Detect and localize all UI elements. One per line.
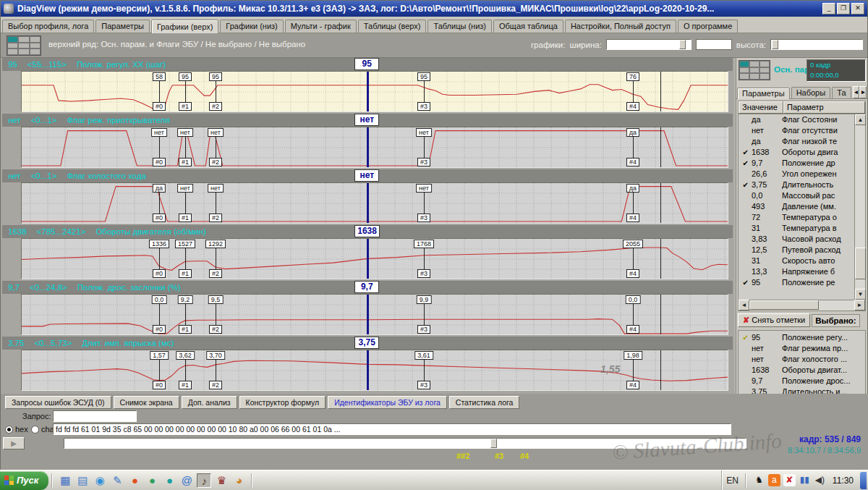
marker-value-box[interactable]: 1336: [149, 240, 169, 248]
width-slider[interactable]: [606, 39, 692, 50]
marker-value-box[interactable]: 95: [179, 72, 192, 81]
marker-tag-box[interactable]: #1: [179, 269, 192, 278]
horizontal-scrollbar[interactable]: ◄ ►: [738, 300, 866, 311]
minimize-button[interactable]: _: [822, 3, 835, 14]
marker-tag-box[interactable]: #2: [209, 269, 222, 278]
marker-tag-box[interactable]: #1: [179, 102, 192, 111]
scroll-left-icon[interactable]: ◄: [739, 300, 749, 311]
language-indicator[interactable]: EN: [726, 476, 739, 486]
quicklaunch-ball-teal-icon[interactable]: ●: [162, 473, 176, 488]
param-row[interactable]: 31Скорость авто: [739, 255, 865, 266]
marker-value-box[interactable]: нет: [208, 128, 224, 137]
param-row[interactable]: 13,3Напряжение б: [739, 266, 865, 277]
cursor-line[interactable]: [367, 295, 369, 334]
marker-tag-box[interactable]: #4: [626, 381, 639, 389]
chart-plot[interactable]: 0,0#09,2#19,5#29,9#30,0#4: [21, 294, 728, 335]
marker-value-box[interactable]: 3,62: [176, 351, 195, 360]
marker-tag-box[interactable]: #4: [626, 158, 639, 166]
height-slider-thumb[interactable]: [772, 40, 778, 49]
chart-plot[interactable]: 1336#01527#11292#21768#32055#4: [21, 238, 728, 279]
marker-value-box[interactable]: нет: [151, 128, 167, 137]
marker-value-box[interactable]: 95: [209, 72, 222, 81]
request-input[interactable]: [53, 410, 137, 422]
marker-value-box[interactable]: 58: [153, 72, 166, 81]
marker-value-box[interactable]: нет: [208, 184, 224, 193]
bottom-button-5[interactable]: Идентификаторы ЭБУ из лога: [328, 396, 447, 409]
param-row[interactable]: 31Температура в: [739, 223, 865, 234]
scroll-right-icon[interactable]: ►: [854, 300, 865, 311]
marker-tag-box[interactable]: #4: [626, 269, 639, 278]
marker-value-box[interactable]: 1768: [414, 240, 434, 248]
param-row[interactable]: даФлаг Состояни: [739, 114, 865, 125]
quicklaunch-disc-icon[interactable]: ◉: [93, 473, 107, 488]
bottom-button-6[interactable]: Статистика лога: [449, 396, 520, 409]
scrollbar-thumb[interactable]: [855, 248, 866, 279]
bottom-button-1[interactable]: Запросы ошибок ЭСУД (0): [5, 396, 111, 409]
layout-grid-icon[interactable]: [7, 35, 41, 56]
param-row[interactable]: ✔9,7Положение др: [739, 158, 865, 169]
param-row[interactable]: нетФлаг отсутстви: [739, 125, 865, 136]
marker-tag-box[interactable]: #3: [417, 325, 430, 334]
cursor-line[interactable]: [367, 350, 369, 390]
tray-bird-icon[interactable]: ♞: [753, 474, 765, 486]
marker-value-box[interactable]: 1527: [175, 240, 195, 248]
tray-avast-icon[interactable]: a: [768, 474, 780, 486]
marker-value-box[interactable]: 0,0: [626, 295, 641, 304]
tab-2[interactable]: Параметры: [95, 20, 150, 33]
marker-tag-box[interactable]: #1: [179, 325, 192, 334]
selected-row[interactable]: нетФлаг холостого ...: [739, 354, 865, 365]
marker-value-box[interactable]: 9,5: [208, 295, 224, 304]
marker-value-box[interactable]: да: [626, 184, 639, 193]
chart-plot[interactable]: да#0нет#1нет#2нет#3да#4: [21, 182, 728, 224]
marker-tag-box[interactable]: #0: [153, 214, 166, 222]
marker-tag-box[interactable]: #3: [417, 269, 430, 278]
marker-value-box[interactable]: 1292: [205, 240, 226, 248]
param-row[interactable]: даФлаг низкой те: [739, 136, 865, 147]
hex-data-field[interactable]: fd fd fd 61 01 9d 35 c8 65 00 00 00 00 0…: [53, 423, 731, 435]
param-row[interactable]: 72Температура о: [739, 212, 865, 223]
marker-value-box[interactable]: да: [153, 184, 166, 193]
param-row[interactable]: 26,6Угол опережен: [739, 169, 865, 179]
tab-4[interactable]: Графики (низ): [220, 20, 283, 33]
hscrollbar-thumb[interactable]: [749, 300, 819, 310]
marker-value-box[interactable]: нет: [416, 184, 432, 193]
marker-tag-box[interactable]: #1: [179, 214, 192, 222]
bottom-button-3[interactable]: Доп. анализ: [182, 396, 237, 409]
tray-network-icon[interactable]: ▮▮: [799, 474, 811, 486]
show-desktop-button[interactable]: [860, 472, 867, 489]
marker-tag-box[interactable]: #3: [417, 214, 430, 222]
quicklaunch-browser-colorful-icon[interactable]: ◕: [231, 473, 246, 488]
selected-row[interactable]: 9,7Положение дрос...: [739, 376, 865, 386]
marker-value-box[interactable]: 9,2: [178, 295, 193, 304]
marker-tag-box[interactable]: #2: [209, 158, 222, 166]
quicklaunch-crown-icon[interactable]: ♛: [214, 473, 229, 488]
marker-value-box[interactable]: 9,9: [417, 295, 432, 304]
tab-1[interactable]: Выбор профиля, лога: [2, 20, 94, 33]
timeline-thumb[interactable]: [490, 439, 497, 448]
quicklaunch-browser-red-icon[interactable]: ●: [127, 473, 142, 488]
maximize-button[interactable]: ❐: [837, 3, 850, 14]
selected-row[interactable]: ✔95Положение регу...: [739, 332, 865, 343]
close-button[interactable]: ✕: [851, 3, 864, 14]
marker-tag-box[interactable]: #4: [626, 214, 639, 222]
marker-value-box[interactable]: нет: [416, 128, 432, 137]
marker-value-box[interactable]: 2055: [623, 240, 643, 248]
marker-value-box[interactable]: нет: [177, 128, 193, 137]
quicklaunch-browser-green-icon[interactable]: ●: [145, 473, 159, 488]
marker-tag-box[interactable]: #0: [153, 269, 166, 278]
tab-7[interactable]: Таблицы (низ): [427, 20, 492, 33]
sidebar-layout-grid-icon[interactable]: [739, 60, 770, 80]
param-row[interactable]: ✔1638Обороты двига: [739, 147, 865, 158]
marker-value-box[interactable]: 3,61: [414, 351, 433, 360]
marker-tag-box[interactable]: #3: [417, 381, 430, 389]
param-row[interactable]: 493Давление (мм.: [739, 201, 865, 212]
width-slider-thumb[interactable]: [679, 40, 686, 49]
marker-tag-box[interactable]: #4: [626, 102, 639, 111]
sidebar-tab-3[interactable]: Та: [832, 87, 851, 98]
tab-3[interactable]: Графики (верх): [151, 20, 218, 33]
start-button[interactable]: Пуск: [0, 471, 48, 490]
tab-5[interactable]: Мульти - график: [285, 20, 357, 33]
chart-plot[interactable]: нет#0нет#1нет#2нет#3да#4: [21, 127, 728, 168]
play-button[interactable]: ▶: [3, 437, 25, 449]
marker-tag-box[interactable]: #2: [209, 214, 222, 222]
